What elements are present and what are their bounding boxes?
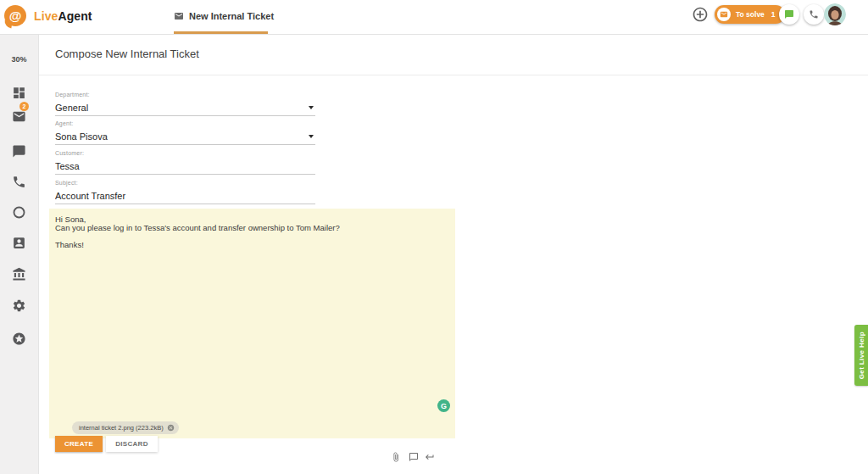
- chevron-down-icon: [309, 135, 314, 138]
- grammarly-icon[interactable]: G: [437, 399, 450, 412]
- agent-field: Agent: Sona Pisova: [55, 120, 315, 145]
- more-star-icon: [12, 332, 26, 346]
- chat-status-button[interactable]: [779, 4, 799, 25]
- customer-input[interactable]: [55, 161, 315, 171]
- title-divider: [39, 75, 868, 75]
- insert-return-icon: [425, 452, 435, 462]
- tab-label: New Internal Ticket: [189, 11, 274, 21]
- sidebar-item-chats[interactable]: [12, 144, 26, 159]
- attachment-chip[interactable]: internal ticket 2.png (223.2kB): [72, 421, 179, 434]
- attachment-label: internal ticket 2.png (223.2kB): [79, 424, 164, 432]
- tickets-mail-icon: [12, 109, 26, 124]
- usage-indicator: 30%: [0, 55, 38, 64]
- logo-bubble-icon: @: [4, 5, 26, 26]
- get-live-help-label: Get Live Help: [858, 332, 865, 379]
- agent-label: Agent:: [55, 120, 315, 127]
- call-status-button[interactable]: [804, 4, 824, 25]
- sidebar-item-academy[interactable]: [12, 267, 26, 282]
- sidebar-item-tickets[interactable]: [12, 109, 26, 124]
- attach-file-button[interactable]: [391, 452, 401, 462]
- envelope-icon: [174, 11, 184, 21]
- liveagent-app: @ LiveAgent New Internal Ticket To solve…: [0, 0, 868, 474]
- get-live-help-button[interactable]: Get Live Help: [854, 325, 868, 386]
- sidebar-item-dashboard[interactable]: [12, 86, 26, 100]
- sidebar-item-contacts[interactable]: [12, 236, 26, 250]
- to-solve-count: 1: [771, 10, 776, 19]
- active-tab-indicator: [174, 31, 268, 34]
- discard-button[interactable]: DISCARD: [106, 436, 158, 452]
- calls-icon: [12, 175, 26, 189]
- add-circle-icon: [692, 6, 709, 23]
- envelope-icon: [720, 10, 728, 19]
- logo-text: LiveAgent: [34, 9, 92, 23]
- create-button[interactable]: CREATE: [55, 436, 103, 452]
- phone-icon: [809, 9, 819, 20]
- dashboard-icon: [12, 86, 26, 100]
- department-value: General: [55, 103, 88, 113]
- sidebar-item-settings[interactable]: [12, 298, 26, 313]
- sidebar-item-calls[interactable]: [12, 175, 26, 189]
- message-body-text: Hi Sona, Can you please log in to Tessa'…: [49, 209, 455, 256]
- contacts-card-icon: [12, 236, 26, 250]
- ticket-count-badge: 2: [19, 102, 29, 111]
- user-avatar[interactable]: [824, 3, 846, 25]
- remove-attachment-icon[interactable]: [167, 424, 175, 432]
- top-bar: @ LiveAgent New Internal Ticket To solve…: [0, 0, 868, 35]
- subject-field: Subject:: [55, 180, 315, 204]
- department-field: Department: General: [55, 92, 315, 116]
- page-title: Compose New Internal Ticket: [55, 47, 199, 60]
- subject-input[interactable]: [55, 191, 315, 201]
- settings-gear-icon: [12, 298, 26, 313]
- to-solve-label: To solve: [736, 10, 765, 19]
- customer-label: Customer:: [55, 150, 315, 157]
- compose-panel: Compose New Internal Ticket Department: …: [39, 35, 868, 474]
- subject-label: Subject:: [55, 180, 315, 187]
- chats-icon: [12, 144, 26, 159]
- logo-agent: Agent: [58, 9, 92, 23]
- academy-bank-icon: [12, 267, 26, 282]
- to-solve-circle: [717, 8, 731, 21]
- logo-at-symbol: @: [9, 8, 22, 23]
- insert-return-button[interactable]: [425, 452, 435, 462]
- department-select[interactable]: General: [55, 103, 315, 116]
- agent-value: Sona Pisova: [55, 131, 108, 142]
- avatar-image: [824, 3, 846, 25]
- sidebar-item-social[interactable]: [12, 205, 26, 220]
- sidebar: 30% 2: [0, 35, 39, 474]
- tab-new-internal-ticket[interactable]: New Internal Ticket: [174, 0, 274, 32]
- logo-live: Live: [34, 9, 58, 23]
- chevron-down-icon: [309, 106, 314, 109]
- agent-select[interactable]: Sona Pisova: [55, 131, 315, 145]
- social-ring-icon: [12, 205, 26, 220]
- department-label: Department:: [55, 92, 315, 98]
- comment-bubble-icon: [409, 452, 419, 462]
- message-body-editor[interactable]: Hi Sona, Can you please log in to Tessa'…: [49, 209, 455, 438]
- to-solve-button[interactable]: To solve 1: [715, 5, 785, 24]
- attach-file-icon: [391, 452, 401, 462]
- liveagent-logo[interactable]: @ LiveAgent: [4, 5, 92, 26]
- sidebar-item-more[interactable]: [12, 332, 26, 346]
- customer-field: Customer:: [55, 150, 315, 175]
- chat-icon: [784, 9, 794, 20]
- add-button[interactable]: [692, 6, 709, 23]
- comment-button[interactable]: [409, 452, 419, 462]
